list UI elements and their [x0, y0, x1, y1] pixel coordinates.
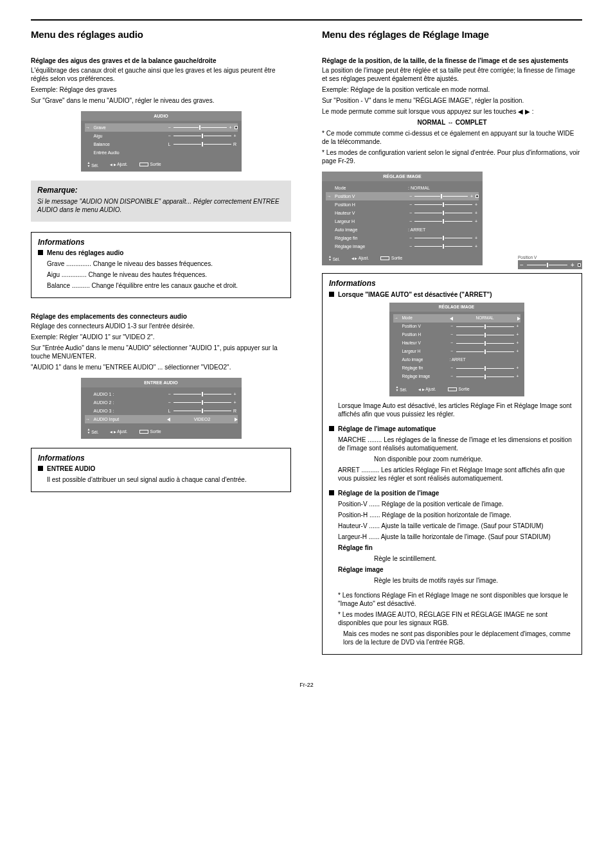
leftright-icon — [110, 429, 116, 434]
osd-label: Balance — [94, 141, 164, 147]
osd-label: Grave — [94, 125, 164, 130]
square-bullet-icon — [329, 292, 334, 297]
tri-right-icon — [235, 418, 238, 421]
osd-row: →Position V−+ — [326, 192, 479, 200]
osd-label: Aigu — [94, 133, 164, 139]
right-r1-p3b: Le mode permute comme suit lorsque vous … — [322, 107, 582, 116]
info4-off: ARRET .......... Les articles Réglage Fi… — [338, 466, 575, 483]
left-sec1-sub: Réglage des aigus des graves et de la ba… — [31, 57, 291, 65]
square-bullet-icon — [38, 250, 43, 255]
exit-icon — [380, 256, 389, 260]
updown-icon — [328, 255, 332, 261]
osd-row: Hauteur V−+ — [393, 339, 520, 348]
updown-icon — [87, 428, 91, 434]
left-sec2-p2c: "AUDIO 1" dans le menu "ENTREE AUDIO" ..… — [31, 363, 291, 371]
osd-row: Hauteur V−+ — [326, 209, 479, 217]
remarque-title: Remarque: — [37, 186, 285, 196]
osd-row: Largeur H−+ — [393, 348, 520, 356]
columns: Réglage des aigus des graves et de la ba… — [31, 54, 582, 662]
leftright-icon — [351, 256, 357, 261]
square-bullet-icon — [329, 426, 334, 431]
osd-row: Réglage image−+ — [393, 373, 520, 381]
left-sec1-p3: Sur "Grave" dans le menu "AUDIO", régler… — [31, 96, 291, 105]
info5-head: Réglage de la position de l'image — [338, 489, 575, 497]
square-bullet-icon — [329, 490, 334, 495]
exit-icon — [139, 430, 148, 434]
osd-row: Réglage fin−+ — [393, 364, 520, 373]
info2-title: Informations — [38, 454, 284, 464]
top-rule — [31, 19, 582, 21]
headings-row: Menu des réglages audio Menu des réglage… — [31, 28, 582, 44]
info5-note3: Mais ces modes ne sont pas disponibles p… — [338, 630, 575, 646]
info5-fin-body: Règle le scintillement. — [338, 554, 575, 563]
info5-note2: * Les modes IMAGE AUTO, RÉGLAGE FIN et R… — [338, 610, 575, 627]
right-r1-seq: NORMAL ↔ COMPLET — [322, 118, 582, 127]
osd-row: Réglage image−+ — [326, 242, 479, 251]
info3-head: Lorsque "IMAGE AUTO" est désactivée ("AR… — [338, 290, 575, 299]
osd-bottom: Sél. Ajust. Sortie — [322, 253, 483, 265]
heading-right: Menu des réglages de Réglage Image — [322, 28, 582, 41]
right-r1-p3a: Sur "Position - V" dans le menu "RÉGLAGE… — [322, 96, 582, 105]
right-r1-sub: Réglage de la position, de la taille, de… — [322, 57, 582, 65]
osd-audio-title: AUDIO — [81, 111, 242, 121]
exit-icon — [139, 163, 148, 166]
arrow-icon: → — [393, 315, 400, 321]
osd-title: ENTREE AUDIO — [81, 378, 242, 387]
info5-hv: Hauteur-V ...... Ajuste la taille vertic… — [338, 522, 575, 530]
info1-title: Informations — [38, 238, 284, 248]
osd-bottom: Sél. Ajust. Sortie — [389, 384, 524, 396]
osd-row: Auto image: ARRET — [326, 226, 479, 234]
info-box-2: Informations ENTREE AUDIO Il est possibl… — [31, 448, 291, 493]
right-r1-bul2: * Les modes de configuration varient sel… — [322, 148, 582, 165]
osd-row: AUDIO 1 :−+ — [85, 390, 238, 398]
square-bullet-icon — [38, 466, 43, 471]
left-sec2-p2b: Sur "Entrée Audio" dans le menu "AUDIO" … — [31, 344, 291, 360]
osd-audio-input: ENTREE AUDIO AUDIO 1 :−+ AUDIO 2 :−+ AUD… — [81, 378, 242, 439]
tri-left-icon — [167, 418, 170, 421]
arrow-icon: → — [85, 416, 91, 422]
osd-row: Réglage fin−+ — [326, 234, 479, 242]
left-sec2-sub: Réglage des emplacements des connecteurs… — [31, 312, 291, 321]
osd-row: Aigu −+ — [85, 132, 238, 140]
osd-audio: AUDIO → Grave −+ Aigu −+ Balance LR — [81, 111, 242, 172]
right-r1-bul1: * Ce mode commute comme ci-dessus et ce … — [322, 129, 582, 146]
osd-row: →ModeNORMAL — [393, 314, 520, 323]
info5-posh: Position-H ...... Réglage de la position… — [338, 511, 575, 519]
info1-bal: Balance .......... Change l'équilibre en… — [47, 281, 284, 290]
osd-reglage-1: RÉGLAGE IMAGE Mode: NORMAL →Position V−+… — [322, 172, 483, 266]
leftright-icon — [418, 387, 424, 392]
info5-note1: * Les fonctions Réglage Fin et Réglage I… — [338, 591, 575, 608]
osd-reglage-2: RÉGLAGE IMAGE →ModeNORMAL Position V−+ P… — [389, 303, 524, 396]
info4-head: Réglage de l'image automatique — [338, 425, 575, 433]
info3-title: Informations — [329, 279, 575, 289]
info4-on2: Non disponible pour zoom numérique. — [338, 455, 575, 463]
osd-label: Entrée Audio — [94, 150, 164, 155]
tri-left-icon — [450, 317, 453, 321]
updown-icon — [87, 161, 91, 168]
info5-posv: Position-V ...... Réglage de la position… — [338, 500, 575, 508]
osd-row: Position V−+ — [393, 323, 520, 331]
osd-row: Mode: NORMAL — [326, 184, 479, 192]
tri-right-icon — [517, 317, 520, 321]
osd-bottom: Sél. Ajust. Sortie — [81, 159, 242, 172]
right-r1-p2: Exemple: Réglage de la position vertical… — [322, 85, 582, 94]
updown-icon — [396, 385, 399, 392]
info5-lh: Largeur-H ...... Ajuste la taille horizo… — [338, 533, 575, 541]
osd-row: Position H−+ — [326, 200, 479, 209]
info1-head: Menu des réglages audio — [47, 249, 284, 257]
info1-grave: Grave .............. Change le niveau de… — [47, 260, 284, 268]
info-box-1: Informations Menu des réglages audio Gra… — [31, 232, 291, 299]
osd-row: Position H−+ — [393, 331, 520, 339]
osd-row: AUDIO 3 :LR — [85, 407, 238, 415]
info5-img-body: Règle les bruits de motifs rayés sur l'i… — [338, 576, 575, 585]
osd-row: Auto image: ARRET — [393, 356, 520, 364]
right-column: Réglage de la position, de la taille, de… — [322, 54, 582, 662]
osd-title: RÉGLAGE IMAGE — [322, 172, 483, 181]
info2-body: Il est possible d'attribuer un seul sign… — [47, 475, 284, 484]
left-sec2-p2a: Exemple: Régler "AUDIO 1" sur "VIDEO 2". — [31, 333, 291, 341]
info-box-3: Informations Lorsque "IMAGE AUTO" est dé… — [322, 273, 582, 654]
osd-row: Largeur H−+ — [326, 217, 479, 226]
info5-fin-lbl: Réglage fin — [338, 544, 575, 552]
remarque-body: Si le message "AUDIO NON DISPONIBLE" app… — [37, 197, 285, 214]
left-column: Réglage des aigus des graves et de la ba… — [31, 54, 291, 662]
